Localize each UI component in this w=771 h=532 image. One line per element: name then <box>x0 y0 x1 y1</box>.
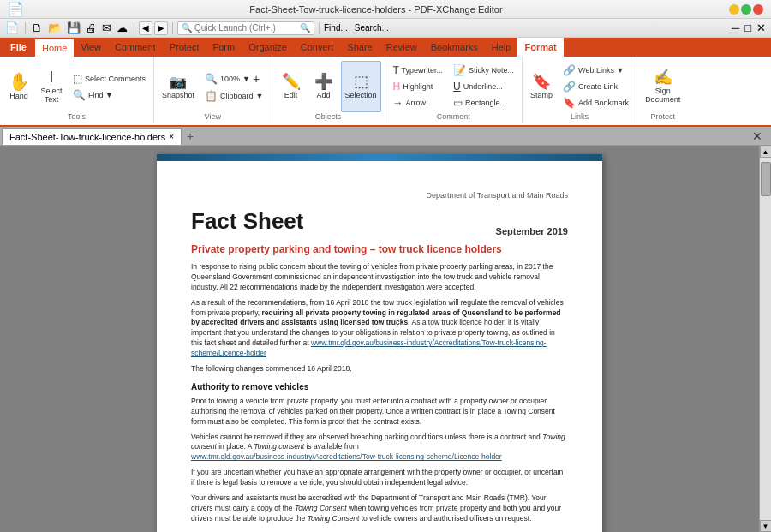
menu-format[interactable]: Format <box>517 38 563 57</box>
selection-label: Selection <box>345 91 377 99</box>
menu-review[interactable]: Review <box>380 38 424 57</box>
find-label[interactable]: Find... <box>324 23 348 33</box>
typewriter-btn[interactable]: Ꭲ Typewriter... <box>389 63 448 78</box>
menu-organize[interactable]: Organize <box>242 38 294 57</box>
underline-icon: U <box>453 81 461 93</box>
maximize-icon[interactable]: □ <box>743 21 753 35</box>
ribbon: ✋ Hand I SelectText ⬚ Select Comments 🔍 … <box>0 57 771 127</box>
print-icon[interactable]: 🖨 <box>84 21 99 35</box>
close-icon[interactable]: ✕ <box>755 21 768 35</box>
quick-launch-bar: 📄 🗋 📂 💾 🖨 ✉ ☁ ◀ ▶ 🔍 🔍 Find... Search... … <box>0 19 771 38</box>
search-btn[interactable]: 🔍 <box>300 23 310 33</box>
add-bookmark-btn[interactable]: 🔖 Add Bookmark <box>559 95 633 111</box>
menu-view[interactable]: View <box>74 38 108 57</box>
menu-bar: File Home View Comment Protect Form Orga… <box>0 38 771 57</box>
fact-sheet-date: September 2019 <box>496 226 568 236</box>
find-icon: 🔍 <box>73 89 86 101</box>
snapshot-btn[interactable]: 📷 Snapshot <box>158 63 199 112</box>
arrow-btn[interactable]: → Arrow... <box>389 95 448 111</box>
rectangle-btn[interactable]: ▭ Rectangle... <box>449 95 518 111</box>
add-btn[interactable]: ➕ Add <box>308 61 339 112</box>
menu-file[interactable]: File <box>2 38 35 57</box>
pdf-header-stripe <box>157 154 602 161</box>
save-icon[interactable]: 💾 <box>65 21 82 35</box>
select-text-label: SelectText <box>40 87 62 104</box>
highlight-label: Highlight <box>403 82 433 91</box>
rectangle-icon: ▭ <box>453 97 463 109</box>
pdf-para5: Vehicles cannot be removed if they are o… <box>191 433 568 463</box>
zoom-level-btn[interactable]: 🔍 100% ▼ + <box>200 70 267 87</box>
quick-search-box[interactable]: 🔍 🔍 <box>177 21 314 35</box>
doc-tab-active[interactable]: Fact-Sheet-Tow-truck-licence-holders × <box>2 128 182 145</box>
menu-form[interactable]: Form <box>206 38 242 57</box>
highlight-btn[interactable]: H Highlight <box>389 79 448 94</box>
select-comments-btn[interactable]: ⬚ Select Comments <box>69 71 150 87</box>
scroll-thumb[interactable] <box>761 162 771 196</box>
menu-share[interactable]: Share <box>340 38 379 57</box>
nav-fwd-btn[interactable]: ▶ <box>154 21 168 35</box>
fact-sheet-title: Fact Sheet <box>191 208 304 235</box>
menu-bookmarks[interactable]: Bookmarks <box>424 38 485 57</box>
doc-tab-close-btn[interactable]: × <box>169 132 174 141</box>
search-label[interactable]: Search... <box>355 23 389 33</box>
clipboard-icon: 📋 <box>205 90 218 102</box>
title-bar: 📄 Fact-Sheet-Tow-truck-licence-holders -… <box>0 0 771 19</box>
select-text-btn[interactable]: I SelectText <box>36 61 67 112</box>
menu-comment[interactable]: Comment <box>108 38 163 57</box>
select-comments-icon: ⬚ <box>73 73 82 85</box>
create-link-btn[interactable]: 🔗 Create Link <box>559 79 633 94</box>
menu-home[interactable]: Home <box>35 38 74 57</box>
dept-label: Department of Transport and Main Roads <box>426 191 568 200</box>
menu-convert[interactable]: Convert <box>294 38 341 57</box>
edit-btn[interactable]: ✏️ Edit <box>276 61 307 112</box>
selection-icon: ⬚ <box>354 74 368 89</box>
search-input[interactable] <box>194 23 297 33</box>
doc-tab-bar: Fact-Sheet-Tow-truck-licence-holders × +… <box>0 127 771 146</box>
new-icon[interactable]: 🗋 <box>30 21 45 35</box>
edit-icon: ✏️ <box>282 74 301 89</box>
scroll-track[interactable] <box>760 158 771 520</box>
menu-protect[interactable]: Protect <box>163 38 206 57</box>
pdf-para4: Prior to towing a vehicle from private p… <box>191 397 568 427</box>
snapshot-icon: 📷 <box>170 75 187 89</box>
tools-label: Tools <box>68 112 86 122</box>
links-label: Links <box>571 112 589 122</box>
open-icon[interactable]: 📂 <box>46 21 63 35</box>
find-btn[interactable]: 🔍 Find ▼ <box>69 87 150 103</box>
protect-content: ✍️ SignDocument <box>641 57 684 112</box>
scroll-down-btn[interactable]: ▼ <box>760 520 772 532</box>
stamp-content: 🔖 Stamp 🔗 Web Links ▼ 🔗 Create Link 🔖 Ad… <box>526 57 633 112</box>
minimize-icon[interactable]: ─ <box>730 21 741 35</box>
close-doc-btn[interactable]: ✕ <box>745 128 769 145</box>
scrollbar-right[interactable]: ▲ ▼ <box>759 146 771 532</box>
hand-tool-btn[interactable]: ✋ Hand <box>3 61 34 112</box>
selection-btn[interactable]: ⬚ Selection <box>341 61 381 112</box>
pdf-page: Department of Transport and Main Roads F… <box>157 154 602 532</box>
zoom-level-label: 100% <box>220 75 240 83</box>
scroll-up-btn[interactable]: ▲ <box>760 146 772 158</box>
underline-btn[interactable]: U Underline... <box>449 79 518 94</box>
clipboard-label: Clipboard <box>220 92 254 100</box>
clipboard-dropdown-icon: ▼ <box>256 92 264 100</box>
new-tab-btn[interactable]: + <box>182 128 199 145</box>
menu-help[interactable]: Help <box>485 38 518 57</box>
cloud-icon[interactable]: ☁ <box>115 21 129 35</box>
section-heading-1: Authority to remove vehicles <box>191 381 568 393</box>
add-icon: ➕ <box>314 74 333 89</box>
sticky-note-btn[interactable]: 📝 Sticky Note... <box>449 63 518 78</box>
doc-tab-filename: Fact-Sheet-Tow-truck-licence-holders <box>9 132 165 142</box>
stamp-btn[interactable]: 🔖 Stamp <box>526 61 557 112</box>
clipboard-btn[interactable]: 📋 Clipboard ▼ <box>200 88 267 104</box>
edit-label: Edit <box>284 91 298 99</box>
sign-document-btn[interactable]: ✍️ SignDocument <box>641 61 684 112</box>
pdf-para1: In response to rising public concern abo… <box>191 262 568 293</box>
ribbon-group-stamp: 🔖 Stamp 🔗 Web Links ▼ 🔗 Create Link 🔖 Ad… <box>523 57 637 123</box>
tools-content: ✋ Hand I SelectText ⬚ Select Comments 🔍 … <box>3 57 150 112</box>
nav-back-btn[interactable]: ◀ <box>139 21 152 35</box>
email-icon[interactable]: ✉ <box>100 21 113 35</box>
ribbon-group-view: 📷 Snapshot 🔍 100% ▼ + 📋 Clipboard ▼ View <box>154 57 272 123</box>
sign-icon: ✍️ <box>654 69 672 85</box>
web-links-btn[interactable]: 🔗 Web Links ▼ <box>559 63 633 78</box>
zoom-plus-btn[interactable]: + <box>253 72 260 86</box>
web-links-icon: 🔗 <box>563 64 576 76</box>
